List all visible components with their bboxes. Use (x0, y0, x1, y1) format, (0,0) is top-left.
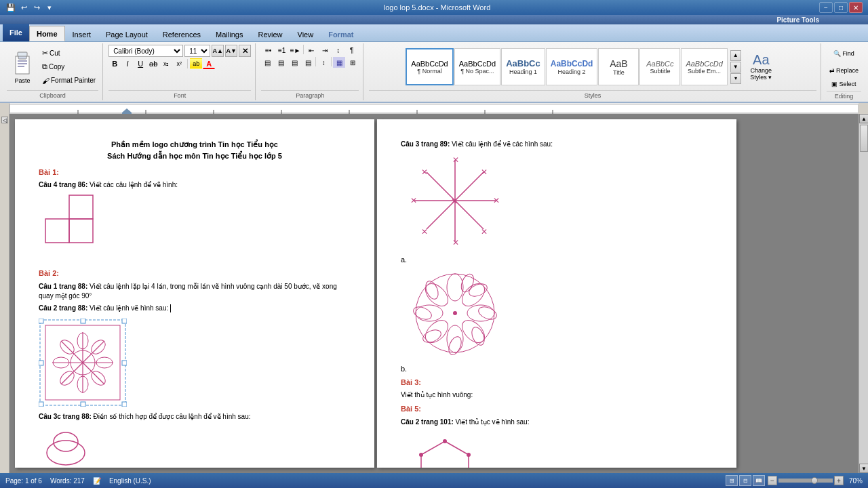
style-subtitle[interactable]: AaBbCc Subtitle (639, 48, 680, 85)
minimize-button[interactable]: − (819, 2, 833, 13)
style-title[interactable]: AaB Title (598, 48, 639, 85)
maximize-button[interactable]: □ (834, 2, 848, 13)
style-heading2[interactable]: AaBbCcDd Heading 2 (546, 48, 598, 85)
tab-references[interactable]: References (155, 26, 208, 41)
text-cursor (170, 304, 171, 312)
bullet-list-button[interactable]: ≡• (262, 45, 275, 56)
styles-scroll-down[interactable]: ▼ (730, 62, 741, 73)
tab-mailings[interactable]: Mailings (208, 26, 250, 41)
show-marks-button[interactable]: ¶ (346, 45, 358, 56)
select-button[interactable]: ▣ Select (829, 79, 859, 89)
scroll-up-button[interactable]: ▲ (859, 114, 868, 123)
multilevel-list-button[interactable]: ≡► (290, 45, 302, 56)
svg-text:✕: ✕ (421, 227, 428, 237)
align-center-button[interactable]: ▤ (275, 57, 287, 68)
style-subtle-em[interactable]: AaBbCcDd Subtle Em... (681, 48, 727, 85)
cau2-101-text: Viết thủ tục vẽ hình sau: (456, 418, 530, 426)
zoom-thumb[interactable] (811, 477, 818, 484)
underline-button[interactable]: U (134, 58, 146, 69)
shading-button[interactable]: ▦ (333, 57, 345, 68)
border-button[interactable]: ⊞ (347, 57, 359, 68)
svg-text:✕: ✕ (451, 197, 458, 206)
view-reading-button[interactable]: 📖 (753, 475, 765, 486)
svg-point-78 (423, 279, 440, 301)
view-fullscreen-button[interactable]: ⊟ (739, 475, 751, 486)
zoom-in-button[interactable]: + (834, 476, 844, 485)
svg-point-47 (47, 441, 85, 465)
shape-oval (39, 426, 351, 468)
style-no-spacing[interactable]: AaBbCcDd ¶ No Spac... (454, 48, 500, 85)
save-icon[interactable]: 💾 (5, 2, 16, 13)
italic-button[interactable]: I (121, 58, 134, 69)
zoom-out-button[interactable]: − (768, 476, 777, 485)
svg-rect-18 (45, 219, 69, 243)
format-painter-button[interactable]: 🖌 Format Painter (39, 75, 98, 87)
vertical-scrollbar[interactable]: ▲ ▼ (859, 114, 868, 473)
cut-label: Cut (50, 49, 60, 57)
bold-button[interactable]: B (108, 58, 121, 69)
quick-access-dropdown[interactable]: ▾ (44, 2, 55, 13)
bai3-label: Bài 3: (401, 378, 713, 388)
styles-scroll-up[interactable]: ▲ (730, 50, 741, 61)
cut-button[interactable]: ✂ Cut (39, 47, 98, 60)
undo-icon[interactable]: ↩ (18, 2, 29, 13)
numbered-list-button[interactable]: ≡1 (276, 45, 288, 56)
styles-group: AaBbCcDd ¶ Normal AaBbCcDd ¶ No Spac... … (365, 43, 821, 100)
clear-formatting-button[interactable]: ✕ (239, 45, 251, 57)
right-page: Câu 3 trang 89: Viết câu lệnh để vẽ các … (377, 119, 736, 468)
selected-shape-container[interactable] (39, 319, 127, 409)
increase-indent-button[interactable]: ⇥ (319, 45, 331, 56)
svg-rect-19 (69, 219, 93, 243)
find-button[interactable]: 🔍 Find (831, 45, 857, 62)
scroll-down-button[interactable]: ▼ (859, 464, 868, 473)
line-spacing-button[interactable]: ↕ (317, 57, 330, 68)
tab-insert[interactable]: Insert (65, 26, 99, 41)
replace-button[interactable]: ⇄ Replace (827, 65, 861, 76)
svg-point-74 (469, 325, 486, 347)
b-label: b. (401, 364, 713, 374)
svg-point-75 (446, 335, 463, 357)
sort-button[interactable]: ↕ (332, 45, 344, 56)
align-right-button[interactable]: ▤ (288, 57, 300, 68)
font-name-select[interactable]: Calibri (Body) (108, 45, 183, 57)
tab-page-layout[interactable]: Page Layout (98, 26, 155, 41)
style-normal[interactable]: AaBbCcDd ¶ Normal (406, 48, 453, 85)
redo-icon[interactable]: ↪ (31, 2, 42, 13)
highlight-button[interactable]: ab (190, 58, 202, 69)
view-print-button[interactable]: ⊞ (726, 475, 738, 486)
decrease-indent-button[interactable]: ⇤ (305, 45, 317, 56)
window-controls: − □ ✕ (819, 2, 863, 13)
svg-text:✕: ✕ (452, 238, 459, 247)
toggle-sidebar-button[interactable]: ◁ (1, 117, 8, 123)
decrease-font-button[interactable]: A▼ (225, 45, 237, 57)
close-button[interactable]: ✕ (849, 2, 863, 13)
tab-home[interactable]: Home (29, 26, 65, 41)
font-color-button[interactable]: A (203, 58, 215, 69)
subscript-button[interactable]: x₂ (160, 58, 172, 69)
tab-view[interactable]: View (290, 26, 321, 41)
copy-button[interactable]: ⧉ Copy (39, 61, 98, 73)
style-heading1[interactable]: AaBbCc Heading 1 (501, 48, 545, 85)
styles-expand[interactable]: ▾ (730, 73, 741, 84)
superscript-button[interactable]: x² (173, 58, 185, 69)
paste-button[interactable]: Paste (7, 48, 38, 86)
strikethrough-button[interactable]: ab (147, 58, 159, 69)
scroll-track[interactable] (859, 123, 868, 464)
zoom-slider[interactable] (778, 479, 833, 483)
svg-point-81 (443, 439, 447, 443)
tab-review[interactable]: Review (250, 26, 290, 41)
justify-button[interactable]: ▤ (302, 57, 314, 68)
tab-format[interactable]: Format (321, 26, 361, 41)
change-styles-button[interactable]: Aa ChangeStyles ▾ (743, 49, 780, 84)
font-size-select[interactable]: 11 (184, 45, 210, 57)
tab-file[interactable]: File (3, 24, 29, 41)
svg-marker-80 (421, 441, 469, 468)
cau3-89-text: Viết câu lệnh để vẽ các hình sau: (452, 140, 553, 148)
scroll-thumb[interactable] (860, 125, 868, 152)
bai5-label: Bài 5: (401, 404, 713, 414)
clipboard-content: Paste ✂ Cut ⧉ Copy 🖌 Format Painter (7, 45, 98, 89)
align-left-button[interactable]: ▤ (261, 57, 273, 68)
change-styles-icon: Aa (753, 52, 769, 68)
quick-access-toolbar[interactable]: 💾 ↩ ↪ ▾ (5, 2, 55, 13)
increase-font-button[interactable]: A▲ (212, 45, 224, 57)
